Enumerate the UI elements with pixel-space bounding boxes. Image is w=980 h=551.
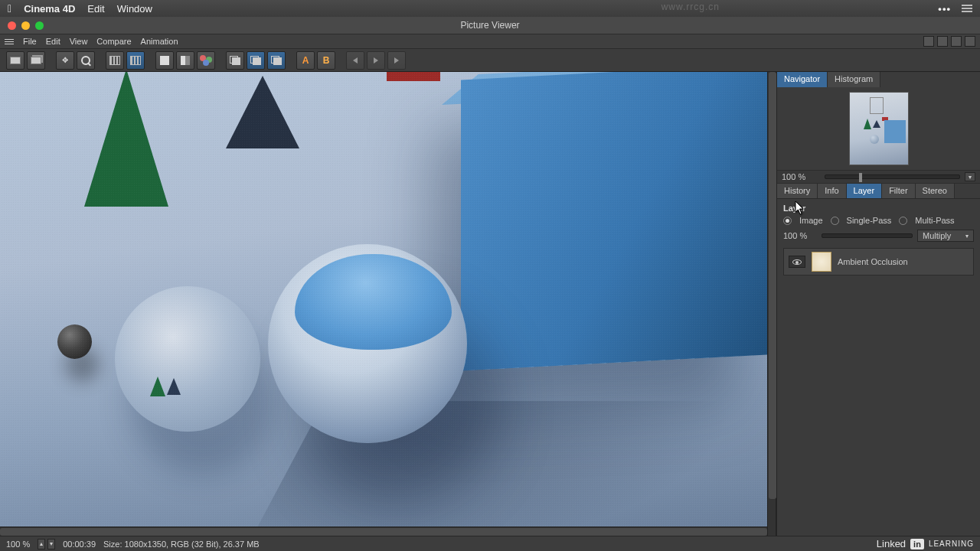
window-title: Picture Viewer — [460, 20, 519, 31]
right-panel: Navigator Histogram 100 % ▾ History Info… — [776, 72, 980, 536]
mac-menu-window[interactable]: Window — [117, 3, 152, 15]
layer-name: Ambient Occlusion — [838, 257, 908, 266]
menu-animation[interactable]: Animation — [141, 37, 178, 46]
status-time: 00:00:39 — [63, 540, 96, 549]
overflow-icon[interactable]: ••• — [938, 3, 951, 15]
scene-cone-green — [84, 72, 168, 207]
mac-menu-edit[interactable]: Edit — [87, 3, 104, 15]
radio-multi-pass[interactable] — [899, 217, 907, 225]
tab-info[interactable]: Info — [818, 184, 846, 198]
tab-history[interactable]: History — [777, 184, 818, 198]
tab-stereo[interactable]: Stereo — [916, 184, 955, 198]
radio-single-pass[interactable] — [831, 217, 839, 225]
play-prev-button[interactable] — [346, 51, 364, 70]
scene-cube — [461, 72, 767, 370]
set-b-button[interactable]: B — [317, 51, 335, 70]
menu-compare[interactable]: Compare — [96, 37, 131, 46]
ab-wipe-button[interactable] — [267, 51, 286, 70]
radio-image[interactable] — [783, 217, 792, 225]
layout-toggle-1[interactable] — [923, 36, 934, 47]
tab-layer[interactable]: Layer — [847, 184, 883, 198]
scene-small-ball — [57, 324, 92, 359]
app-menubar: File Edit View Compare Animation — [0, 34, 980, 49]
ab-split-button[interactable] — [247, 51, 265, 70]
play-button[interactable] — [367, 51, 385, 70]
horizontal-scrollbar[interactable] — [0, 527, 767, 536]
layer-item[interactable]: Ambient Occlusion — [783, 248, 974, 276]
layout-toggle-4[interactable] — [965, 36, 975, 47]
layer-opacity-slider[interactable] — [822, 233, 913, 238]
window-titlebar: Picture Viewer — [0, 17, 980, 34]
open-button[interactable] — [6, 51, 24, 70]
layer-section-title: Layer — [783, 204, 974, 213]
navigator-preview[interactable] — [777, 87, 980, 170]
mac-menubar:  Cinema 4D Edit Window ••• — [0, 0, 980, 17]
tab-histogram[interactable]: Histogram — [828, 72, 880, 87]
nav-zoom-dropdown[interactable]: ▾ — [965, 172, 975, 181]
set-a-button[interactable]: A — [296, 51, 315, 70]
status-zoom[interactable]: 100 % — [6, 540, 30, 549]
fullframe-button[interactable] — [106, 51, 124, 70]
learning-word: LEARNING — [929, 540, 974, 548]
compare-a-button[interactable] — [155, 51, 174, 70]
zoom-spinner-up[interactable]: ▴ — [38, 539, 45, 549]
linkedin-word: Linked — [877, 538, 906, 549]
chevron-down-icon: ▾ — [965, 233, 969, 240]
play-next-button[interactable] — [387, 51, 406, 70]
scene-glass-sphere — [115, 286, 260, 432]
radio-multi-label: Multi-Pass — [915, 216, 954, 225]
vertical-scrollbar[interactable] — [767, 72, 776, 536]
control-center-icon[interactable] — [962, 5, 972, 12]
blend-mode-value: Multiply — [923, 231, 951, 240]
window-zoom-button[interactable] — [35, 21, 44, 30]
nav-zoom-value[interactable]: 100 % — [782, 172, 820, 181]
navigator-thumbnail — [849, 92, 909, 165]
app-name[interactable]: Cinema 4D — [24, 3, 75, 15]
layer-thumbnail — [812, 252, 831, 272]
status-size-label: Size: — [103, 540, 122, 549]
status-bar: 100 % ▴ ▾ 00:00:39 Size: 1080x1350, RGB … — [0, 536, 980, 551]
ab-swap-button[interactable] — [226, 51, 244, 70]
blend-mode-dropdown[interactable]: Multiply ▾ — [917, 230, 974, 242]
layout-toggle-2[interactable] — [937, 36, 948, 47]
save-button[interactable] — [27, 51, 45, 70]
zoom-spinner-down[interactable]: ▾ — [47, 539, 55, 549]
scene-red-block — [387, 72, 440, 81]
window-minimize-button[interactable] — [21, 21, 30, 30]
layer-opacity-value[interactable]: 100 % — [783, 231, 817, 240]
compare-b-button[interactable] — [176, 51, 194, 70]
menu-edit[interactable]: Edit — [46, 37, 60, 46]
tab-filter[interactable]: Filter — [882, 184, 915, 198]
scene-pyramid-dark — [226, 76, 299, 148]
fit-button[interactable] — [126, 51, 145, 70]
zoom-button[interactable] — [77, 51, 95, 70]
menu-file[interactable]: File — [23, 37, 37, 46]
tab-navigator[interactable]: Navigator — [777, 72, 828, 87]
apple-icon[interactable]:  — [8, 2, 11, 15]
render-viewport[interactable] — [0, 72, 767, 527]
layer-visibility-toggle[interactable] — [789, 256, 805, 268]
linkedin-learning-badge: Linkedin LEARNING — [877, 538, 974, 549]
radio-image-label: Image — [799, 216, 823, 225]
channels-button[interactable] — [197, 51, 215, 70]
navigate-button[interactable]: ✥ — [56, 51, 74, 70]
radio-single-label: Single-Pass — [847, 216, 892, 225]
toolbar: ✥ A B — [0, 49, 980, 72]
linkedin-in-icon: in — [910, 539, 924, 549]
layout-toggle-3[interactable] — [951, 36, 962, 47]
window-close-button[interactable] — [8, 21, 16, 30]
menu-icon[interactable] — [5, 39, 14, 44]
nav-zoom-slider[interactable] — [825, 174, 960, 179]
status-size-value: 1080x1350, RGB (32 Bit), 26.37 MB — [125, 540, 260, 549]
eye-icon — [792, 259, 802, 265]
menu-view[interactable]: View — [70, 37, 88, 46]
